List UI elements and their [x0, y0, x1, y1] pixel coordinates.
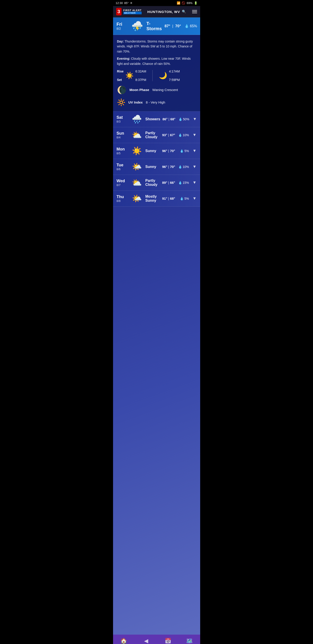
status-bar: 12:30 85° ✕ 📶 🚫 69% 🔋 — [113, 0, 200, 6]
moon-times: 4:17AM 7:59PM — [169, 70, 180, 82]
current-low: 70° — [175, 24, 181, 28]
detail-panel: Day: Thunderstorms. Storms may contain s… — [113, 35, 200, 111]
rain-drop-icon: 💧 — [178, 165, 182, 168]
expand-icon-4[interactable]: ▼ — [193, 180, 197, 185]
forecast-condition-4: PartlyCloudy — [145, 179, 160, 187]
sun-set-time: 8:37PM — [135, 78, 146, 82]
nav-home[interactable]: 🏠 Home — [117, 637, 131, 644]
forecast-rain-0: 💧 50% — [178, 118, 189, 121]
forecast-rain-1: 💧 10% — [177, 133, 189, 137]
sun-block: Rise Set ☀️ 6:32AM 8:37PM — [117, 70, 146, 82]
forecast-day-1: Sun 8/4 — [117, 131, 128, 139]
forecast-condition-1: PartlyCloudy — [145, 131, 160, 139]
app-header: 3 FIRST ALERT WEATHER HUNTINGTON, WV 🔍 — [113, 6, 200, 18]
forecast-row-2[interactable]: Mon 8/5 ☀️ Sunny 96° | 70° 💧 5% ▼ — [113, 143, 200, 159]
forecast-day-4: Wed 8/7 — [117, 179, 128, 187]
sun-times: 6:32AM 8:37PM — [135, 70, 146, 82]
forecast-icon-5: 🌤️ — [132, 194, 142, 203]
forecast-condition-2: Sunny — [145, 149, 160, 153]
location-text: HUNTINGTON, WV — [147, 10, 180, 14]
temp-display: 85° — [124, 1, 129, 5]
uv-row: 🔆 UV Index 8 - Very High — [117, 98, 196, 106]
forecast-icon-1: ⛅ — [132, 130, 142, 140]
forecast-day-0: Sat 8/3 — [117, 115, 128, 123]
forecast-row-5[interactable]: Thu 8/8 🌤️ MostlySunny 91° | 68° 💧 5% ▼ — [113, 191, 200, 206]
rain-drop-icon: 💧 — [178, 133, 182, 137]
hourly-icon: ◀ — [144, 638, 148, 644]
raindrop-icon: 💧 — [185, 24, 189, 28]
current-day-name: Fri — [117, 22, 128, 27]
uv-icon: 🔆 — [117, 98, 125, 106]
status-left: 12:30 85° ✕ — [116, 1, 132, 5]
battery-display: 69% — [187, 1, 192, 5]
notification-icon: ✕ — [130, 1, 132, 5]
rain-drop-icon: 💧 — [180, 197, 184, 200]
expand-icon-2[interactable]: ▼ — [193, 148, 197, 153]
forecast-icon-3: 🌤️ — [132, 162, 142, 172]
detail-description: Day: Thunderstorms. Storms may contain s… — [117, 39, 196, 66]
forecast-list: Sat 8/3 🌧️ Showers 86° | 68° 💧 50% ▼ Sun… — [113, 111, 200, 206]
day-description: Day: Thunderstorms. Storms may contain s… — [117, 39, 196, 54]
wifi-icon: 📶 — [177, 1, 180, 5]
set-label: Set — [117, 78, 124, 82]
current-rain-pct: 65% — [190, 24, 197, 28]
forecast-row-1[interactable]: Sun 8/4 ⛅ PartlyCloudy 93° | 67° 💧 10% ▼ — [113, 127, 200, 143]
forecast-day-2: Mon 8/5 — [117, 147, 128, 155]
forecast-row-4[interactable]: Wed 8/7 ⛅ PartlyCloudy 89° | 66° 💧 15% ▼ — [113, 175, 200, 191]
nav-hourly[interactable]: ◀ Hourly — [139, 637, 153, 644]
forecast-rain-2: 💧 5% — [177, 149, 189, 153]
forecast-temps-5: 91° | 68° — [162, 196, 175, 200]
current-day-date: Fri 8/2 — [117, 22, 128, 30]
forecast-temps-4: 89° | 66° — [162, 181, 175, 184]
forecast-temps-2: 96° | 70° — [162, 149, 175, 153]
home-icon: 🏠 — [120, 638, 127, 644]
logo-container: 3 FIRST ALERT WEATHER — [116, 8, 142, 16]
expand-icon-1[interactable]: ▼ — [193, 132, 197, 137]
moon-phase-value: Waning Crescent — [152, 88, 178, 92]
channel-badge: 3 — [116, 8, 122, 16]
moon-rise-time: 4:17AM — [169, 70, 180, 73]
channel-number: 3 — [117, 9, 120, 14]
moon-phase-label: Moon Phase — [130, 88, 149, 92]
current-weather-icon: ⛈️ — [131, 20, 143, 32]
expand-icon-3[interactable]: ▼ — [193, 164, 197, 169]
menu-button[interactable] — [192, 10, 197, 13]
nav-map[interactable]: 🗺️ Map — [183, 637, 196, 644]
forecast-temps-3: 96° | 70° — [162, 165, 175, 168]
search-icon[interactable]: 🔍 — [182, 10, 186, 14]
moon-icon: 🌙 — [159, 72, 167, 79]
time-display: 12:30 — [116, 1, 123, 5]
moon-set-time: 7:59PM — [169, 78, 180, 82]
forecast-row-3[interactable]: Tue 8/6 🌤️ Sunny 96° | 70° 💧 10% ▼ — [113, 159, 200, 175]
main-content: Fri 8/2 ⛈️ T-Storms 87° | 70° 💧 65% ▲ Da… — [113, 18, 200, 634]
rise-set-container: Rise Set ☀️ 6:32AM 8:37PM 🌙 4:17AM — [117, 70, 196, 82]
rain-drop-icon: 💧 — [178, 181, 182, 184]
moon-phase-icon: 🌘 — [117, 86, 126, 94]
expand-icon-5[interactable]: ▼ — [193, 196, 197, 201]
forecast-condition-5: MostlySunny — [145, 194, 160, 202]
forecast-rain-4: 💧 15% — [177, 181, 189, 184]
forecast-icon-0: 🌧️ — [132, 114, 142, 124]
forecast-day-3: Tue 8/6 — [117, 163, 128, 171]
forecast-icon-2: ☀️ — [132, 146, 142, 156]
forecast-day-5: Thu 8/8 — [117, 194, 128, 202]
uv-value: 8 - Very High — [146, 100, 165, 104]
uv-label: UV Index — [128, 100, 143, 104]
status-right: 📶 🚫 69% 🔋 — [177, 1, 197, 5]
daily-icon: 📅 — [165, 638, 171, 644]
divider — [152, 70, 153, 81]
current-day-header[interactable]: Fri 8/2 ⛈️ T-Storms 87° | 70° 💧 65% ▲ — [113, 18, 200, 35]
forecast-icon-4: ⛅ — [132, 178, 142, 188]
rain-drop-icon: 💧 — [180, 149, 184, 153]
current-condition: T-Storms — [147, 21, 162, 31]
nav-daily[interactable]: 📅 Daily — [161, 637, 175, 644]
sun-icon: ☀️ — [125, 72, 134, 79]
forecast-rain-5: 💧 5% — [177, 197, 189, 200]
evening-description: Evening: Cloudy with showers. Low near 7… — [117, 56, 196, 66]
moon-block: 🌙 4:17AM 7:59PM — [159, 70, 180, 82]
rain-drop-icon: 💧 — [179, 118, 182, 121]
forecast-row-0[interactable]: Sat 8/3 🌧️ Showers 86° | 68° 💧 50% ▼ — [113, 111, 200, 127]
current-date: 8/2 — [117, 27, 128, 30]
expand-icon-0[interactable]: ▼ — [193, 117, 197, 122]
rise-set-labels: Rise Set — [117, 70, 124, 82]
